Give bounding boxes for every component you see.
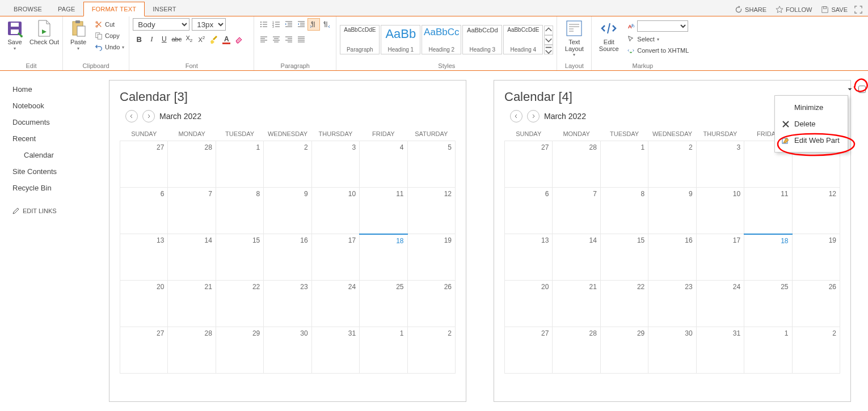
cut-button[interactable]: Cut	[94, 19, 125, 29]
calendar-cell[interactable]: 22	[216, 281, 263, 327]
calendar-cell[interactable]: 13	[120, 234, 168, 281]
next-month-button[interactable]	[527, 110, 540, 122]
clear-format-button[interactable]	[233, 33, 245, 45]
calendar-cell[interactable]: 25	[744, 281, 792, 327]
calendar-cell[interactable]: 18	[744, 234, 792, 281]
ql-edit-links[interactable]: EDIT LINKS	[12, 207, 86, 214]
prev-month-button[interactable]	[125, 110, 138, 122]
webpart-select-checkbox[interactable]	[858, 86, 866, 93]
ql-site-contents[interactable]: Site Contents	[12, 163, 86, 180]
next-month-button[interactable]	[142, 110, 155, 122]
calendar-cell[interactable]: 11	[744, 188, 792, 234]
menu-edit-webpart[interactable]: Edit Web Part	[775, 132, 848, 149]
calendar-cell[interactable]: 12	[792, 188, 840, 234]
tab-page[interactable]: PAGE	[50, 2, 83, 16]
calendar-cell[interactable]: 1	[216, 141, 263, 188]
calendar-cell[interactable]: 30	[648, 327, 696, 374]
calendar-cell[interactable]: 19	[792, 234, 840, 281]
convert-xhtml-button[interactable]: Convert to XHTML	[626, 45, 690, 56]
calendar-cell[interactable]: 28	[553, 327, 600, 374]
calendar-cell[interactable]: 1	[600, 141, 648, 188]
prev-month-button[interactable]	[510, 110, 523, 122]
calendar-cell[interactable]: 21	[553, 281, 600, 327]
styles-scroll-down[interactable]	[544, 35, 553, 45]
calendar-cell[interactable]: 22	[600, 281, 648, 327]
styles-expand[interactable]	[544, 45, 553, 54]
share-button[interactable]: SHARE	[731, 3, 770, 16]
calendar-cell[interactable]: 4	[360, 141, 407, 188]
calendar-cell[interactable]: 27	[120, 327, 168, 374]
calendar-cell[interactable]: 25	[360, 281, 407, 327]
calendar-cell[interactable]: 24	[311, 281, 359, 327]
select-button[interactable]: Select▾	[626, 34, 690, 44]
calendar-cell[interactable]: 11	[360, 188, 407, 234]
calendar-cell[interactable]: 28	[553, 141, 600, 188]
calendar-cell[interactable]: 10	[311, 188, 359, 234]
calendar-cell[interactable]: 21	[168, 281, 216, 327]
strike-button[interactable]: abc	[170, 33, 183, 45]
calendar-cell[interactable]: 8	[216, 188, 263, 234]
tab-format-text[interactable]: FORMAT TEXT	[83, 2, 145, 16]
calendar-cell[interactable]: 23	[264, 281, 311, 327]
text-layout-button[interactable]: Text Layout▾	[561, 18, 588, 57]
align-justify-button[interactable]	[295, 33, 307, 45]
calendar-cell[interactable]: 27	[120, 141, 168, 188]
font-name-select[interactable]: Body	[133, 18, 189, 31]
bold-button[interactable]: B	[133, 33, 145, 45]
style-heading1[interactable]: AaBbHeading 1	[381, 25, 420, 54]
calendar-cell[interactable]: 19	[407, 234, 455, 281]
calendar-cell[interactable]: 20	[120, 281, 168, 327]
calendar-cell[interactable]: 30	[264, 327, 311, 374]
ltr-button[interactable]	[307, 18, 320, 31]
calendar-cell[interactable]: 28	[168, 327, 216, 374]
calendar-cell[interactable]: 1	[360, 327, 407, 374]
ql-notebook[interactable]: Notebook	[12, 98, 86, 114]
save-top-button[interactable]: SAVE	[818, 3, 851, 16]
outdent-button[interactable]	[283, 18, 295, 31]
calendar-cell[interactable]: 6	[505, 188, 553, 234]
calendar-cell[interactable]: 13	[505, 234, 553, 281]
superscript-button[interactable]: X2	[195, 33, 208, 45]
calendar-cell[interactable]: 26	[407, 281, 455, 327]
font-size-select[interactable]: 13px	[192, 18, 226, 31]
menu-delete[interactable]: Delete	[775, 116, 848, 132]
calendar-cell[interactable]: 14	[553, 234, 600, 281]
edit-source-button[interactable]: Edit Source	[595, 18, 622, 52]
align-center-button[interactable]	[270, 33, 283, 45]
underline-button[interactable]: U	[158, 33, 170, 45]
calendar-cell[interactable]: 14	[168, 234, 216, 281]
styles-scroll-up[interactable]	[544, 26, 553, 35]
menu-minimize[interactable]: Minimize	[775, 99, 848, 116]
calendar-cell[interactable]: 7	[168, 188, 216, 234]
indent-button[interactable]	[295, 18, 307, 31]
calendar-cell[interactable]: 27	[505, 141, 553, 188]
calendar-cell[interactable]: 3	[311, 141, 359, 188]
calendar-cell[interactable]: 5	[407, 141, 455, 188]
calendar-cell[interactable]: 29	[600, 327, 648, 374]
calendar-cell[interactable]: 15	[600, 234, 648, 281]
calendar-cell[interactable]: 2	[792, 327, 840, 374]
calendar-cell[interactable]: 27	[505, 327, 553, 374]
calendar-cell[interactable]: 24	[696, 281, 744, 327]
calendar-cell[interactable]: 17	[696, 234, 744, 281]
calendar-cell[interactable]: 31	[311, 327, 359, 374]
copy-button[interactable]: Copy	[94, 31, 125, 41]
save-button[interactable]: Save▾	[3, 18, 26, 52]
calendar-cell[interactable]: 2	[264, 141, 311, 188]
calendar-cell[interactable]: 26	[792, 281, 840, 327]
follow-button[interactable]: FOLLOW	[772, 3, 815, 16]
number-list-button[interactable]: 123	[270, 18, 283, 31]
calendar-cell[interactable]: 7	[553, 188, 600, 234]
style-heading3[interactable]: AaBbCcDdHeading 3	[462, 25, 502, 54]
calendar-cell[interactable]: 9	[648, 188, 696, 234]
calendar-cell[interactable]: 12	[407, 188, 455, 234]
bullet-list-button[interactable]	[258, 18, 270, 31]
subscript-button[interactable]: X2	[183, 33, 195, 45]
ql-recycle-bin[interactable]: Recycle Bin	[12, 180, 86, 196]
calendar-cell[interactable]: 1	[744, 327, 792, 374]
font-color-button[interactable]: A	[220, 33, 233, 45]
highlight-button[interactable]	[208, 33, 220, 45]
language-button[interactable]: Aあ	[626, 19, 690, 33]
calendar-cell[interactable]: 20	[505, 281, 553, 327]
italic-button[interactable]: I	[145, 33, 158, 45]
